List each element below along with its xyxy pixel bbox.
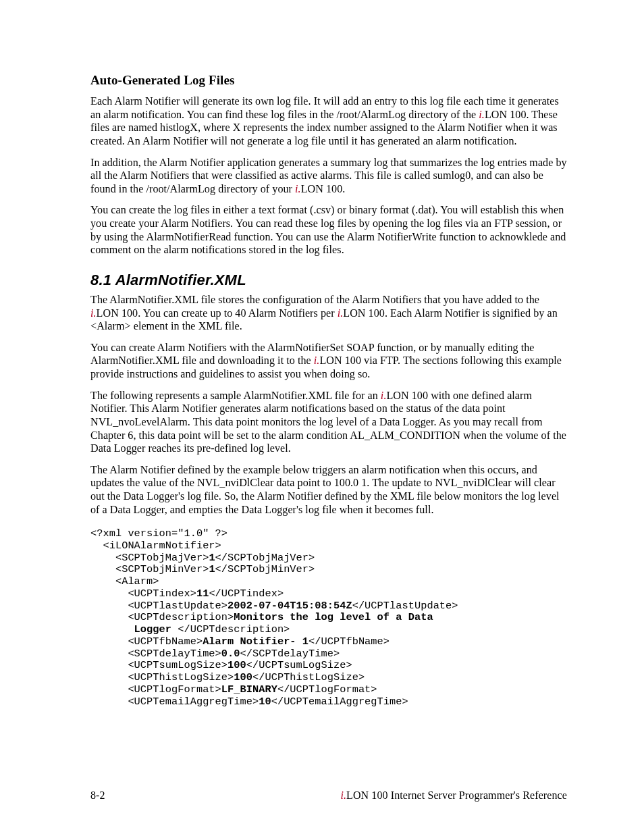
code-line: </SCPTdelayTime> xyxy=(240,648,340,660)
code-line: <UCPTemailAggregTime> xyxy=(90,696,259,708)
code-value: 2002-07-04T15:08:54Z xyxy=(227,600,352,612)
code-line: </UCPThistLogSize> xyxy=(252,671,365,683)
code-value: 1 xyxy=(209,552,215,564)
code-line: <?xml version="1.0" ?> xyxy=(90,527,227,540)
page-footer: 8-2 i.LON 100 Internet Server Programmer… xyxy=(90,789,567,802)
code-value: 10 xyxy=(259,696,271,708)
code-line: </UCPTindex> xyxy=(209,588,284,600)
code-value: 100 xyxy=(227,659,246,671)
xml-code-block: <?xml version="1.0" ?> <iLONAlarmNotifie… xyxy=(90,528,567,708)
text: LON 100 Internet Server Programmer's Ref… xyxy=(346,789,567,801)
code-value: LF_BINARY xyxy=(221,683,277,696)
code-line: <UCPThistLogSize> xyxy=(90,671,234,683)
body-paragraph: You can create Alarm Notifiers with the … xyxy=(90,341,567,381)
code-line: <UCPTfbName> xyxy=(90,635,203,648)
code-line: </UCPTlastUpdate> xyxy=(352,600,458,612)
code-line: </UCPTdescription> xyxy=(178,623,290,635)
code-value: Monitors the log level of a Data xyxy=(234,611,433,623)
code-line: <UCPTsumLogSize> xyxy=(90,659,227,671)
code-value: Alarm Notifier- 1 xyxy=(203,635,308,648)
code-line: </UCPTemailAggregTime> xyxy=(271,696,408,708)
section-heading: 8.1 AlarmNotifier.XML xyxy=(90,271,567,289)
code-line: </UCPTfbName> xyxy=(308,635,390,648)
code-line: </UCPTlogFormat> xyxy=(277,683,377,696)
code-line: </SCPTobjMajVer> xyxy=(215,552,315,564)
code-value: 100 xyxy=(234,671,252,683)
code-line: <UCPTlogFormat> xyxy=(90,683,221,696)
code-line: <UCPTindex> xyxy=(90,588,196,600)
subsection-heading: Auto-Generated Log Files xyxy=(90,73,567,88)
body-paragraph: The Alarm Notifier defined by the exampl… xyxy=(90,463,567,517)
body-paragraph: You can create the log files in either a… xyxy=(90,203,567,257)
text: The following represents a sample AlarmN… xyxy=(90,390,381,401)
code-line: <UCPTlastUpdate> xyxy=(90,600,227,612)
body-paragraph: Each Alarm Notifier will generate its ow… xyxy=(90,95,567,148)
code-line: <iLONAlarmNotifier> xyxy=(90,540,221,552)
ilon-marker: i. xyxy=(90,307,97,319)
ilon-marker: i. xyxy=(479,109,485,120)
body-paragraph: The AlarmNotifier.XML file stores the co… xyxy=(90,293,567,333)
code-line: <Alarm> xyxy=(90,575,159,588)
ilon-marker: i. xyxy=(340,789,346,801)
code-line: </SCPTobjMinVer> xyxy=(215,563,315,575)
code-value: 11 xyxy=(196,588,209,600)
page-number: 8-2 xyxy=(90,789,105,802)
code-line: <SCPTobjMinVer> xyxy=(90,563,209,575)
code-value: Logger xyxy=(90,623,178,635)
code-line: </UCPTsumLogSize> xyxy=(246,659,352,671)
text: LON 100. xyxy=(301,183,346,194)
ilon-marker: i. xyxy=(295,183,301,194)
text: The AlarmNotifier.XML file stores the co… xyxy=(90,294,539,305)
body-paragraph: In addition, the Alarm Notifier applicat… xyxy=(90,156,567,196)
text: LON 100. You can create up to 40 Alarm N… xyxy=(97,307,338,319)
body-paragraph: The following represents a sample AlarmN… xyxy=(90,389,567,455)
code-line: <UCPTdescription> xyxy=(90,611,234,623)
code-line: <SCPTdelayTime> xyxy=(90,648,221,660)
code-value: 1 xyxy=(209,563,215,575)
footer-reference: i.LON 100 Internet Server Programmer's R… xyxy=(340,789,567,802)
code-line: <SCPTobjMajVer> xyxy=(90,552,209,564)
code-value: 0.0 xyxy=(221,648,240,660)
